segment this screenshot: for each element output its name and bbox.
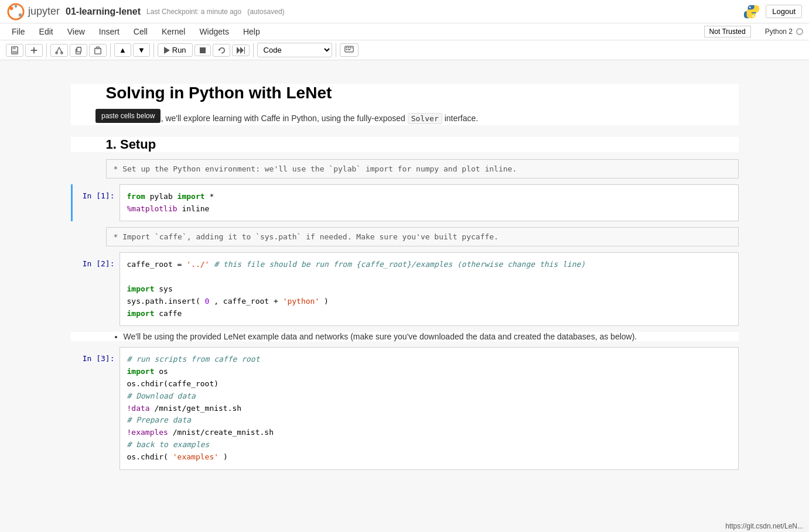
notebook-main-title: Solving in Python with LeNet — [71, 84, 739, 102]
intro-text2: interface. — [445, 114, 479, 123]
section1-header: 1. Setup — [71, 137, 739, 152]
cell3-line2: os.chdir(caffe_root) — [127, 378, 731, 390]
save-button[interactable] — [6, 44, 23, 57]
move-down-button[interactable]: ▼ — [133, 43, 150, 57]
copy-button[interactable] — [70, 44, 87, 57]
checkpoint-info: Last Checkpoint: a minute ago (autosaved… — [146, 8, 285, 16]
run-icon — [164, 47, 170, 54]
svg-rect-16 — [77, 47, 81, 52]
toolbar-separator-1 — [46, 43, 47, 57]
keyboard-icon — [344, 46, 354, 53]
cut-icon — [55, 46, 63, 54]
menu-file[interactable]: File — [6, 25, 31, 38]
svg-point-5 — [753, 15, 755, 17]
svg-rect-30 — [347, 49, 350, 50]
menu-kernel[interactable]: Kernel — [156, 25, 191, 38]
cell2-code[interactable]: caffe_root = '../' # this file should be… — [120, 252, 739, 326]
cell2-line-blank — [127, 271, 731, 283]
add-cell-button[interactable] — [25, 44, 43, 57]
kernel-name: Python 2 — [765, 28, 793, 36]
code-cell-3[interactable]: In [3]: # run scripts from caffe root im… — [71, 347, 739, 469]
bullet-list-1: We'll be using the provided LeNet exampl… — [124, 332, 739, 341]
toolbar-separator-3 — [153, 43, 154, 57]
cell1-line1: from pylab import * — [127, 191, 731, 203]
cell3-line4: !examples /mnist/create_mnist.sh — [127, 427, 731, 439]
svg-rect-26 — [346, 47, 347, 49]
not-trusted-button[interactable]: Not Trusted — [704, 26, 751, 37]
cell3-comment1: # run scripts from caffe root — [127, 353, 731, 366]
comment-cell-2: * Import `caffe`, adding it to `sys.path… — [106, 227, 739, 246]
kernel-indicator: Python 2 — [765, 28, 803, 36]
fast-forward-icon — [237, 47, 245, 54]
cell2-line2: import sys — [127, 283, 731, 296]
cell2-line1: caffe_root = '../' # this file should be… — [127, 259, 731, 271]
toolbar-separator-2 — [110, 43, 111, 57]
cell-type-select[interactable]: Code Markdown Raw NBConvert Heading — [257, 43, 332, 57]
cell3-label: In [3]: — [73, 347, 120, 469]
toolbar: ▲ ▼ Run Code Markdown Raw NBConvert He — [0, 40, 809, 60]
cell1-code[interactable]: from pylab import * %matplotlib inline — [120, 184, 739, 222]
stop-icon — [199, 47, 206, 54]
cell1-label: In [1]: — [73, 184, 120, 222]
svg-rect-31 — [351, 47, 353, 49]
cell3-comment2: # Download data — [127, 390, 731, 403]
cell2-line3: sys.path.insert( 0 , caffe_root + 'pytho… — [127, 296, 731, 308]
comment-cell-1: * Set up the Python environment: we'll u… — [106, 159, 739, 179]
code-cell-2[interactable]: In [2]: caffe_root = '../' # this file s… — [71, 252, 739, 326]
svg-point-3 — [15, 5, 18, 8]
menu-cell[interactable]: Cell — [128, 25, 153, 38]
run-button[interactable]: Run — [158, 43, 193, 57]
cell3-line3: !data /mnist/get_mnist.sh — [127, 403, 731, 415]
python-logo-icon — [743, 4, 760, 20]
jupyter-logo: jupyter — [7, 3, 60, 20]
notebook: Solving in Python with LeNet In this exa… — [0, 60, 809, 484]
svg-marker-21 — [217, 49, 220, 51]
svg-rect-27 — [347, 47, 349, 49]
run-label: Run — [172, 46, 186, 54]
comment-text-2: * Import `caffe`, adding it to `sys.path… — [114, 232, 499, 241]
move-up-button[interactable]: ▲ — [114, 43, 131, 57]
cell1-line2: %matplotlib inline — [127, 203, 731, 215]
bullet-item-1: We'll be using the provided LeNet exampl… — [124, 332, 739, 341]
svg-rect-28 — [349, 47, 350, 49]
menu-insert[interactable]: Insert — [93, 25, 125, 38]
svg-point-2 — [19, 13, 22, 16]
notebook-title[interactable]: 01-learning-lenet — [66, 6, 141, 17]
cell3-comment3: # Prepare data — [127, 414, 731, 427]
paste-button[interactable] — [89, 44, 107, 57]
svg-marker-23 — [240, 47, 244, 54]
intro-text: In this example, we'll explore learning … — [106, 114, 405, 123]
notebook-container: Solving in Python with LeNet In this exa… — [53, 84, 756, 470]
stop-button[interactable] — [194, 44, 211, 56]
menu-edit[interactable]: Edit — [33, 25, 59, 38]
kw-from: from — [127, 192, 145, 201]
copy-icon — [74, 46, 83, 54]
menu-help[interactable]: Help — [237, 25, 266, 38]
svg-rect-20 — [200, 47, 206, 53]
keyboard-shortcut-button[interactable] — [340, 43, 359, 57]
svg-marker-19 — [164, 47, 170, 54]
code-cell-1[interactable]: In [1]: from pylab import * %matplotlib … — [71, 184, 739, 222]
cell3-line5: os.chdir( 'examples' ) — [127, 451, 731, 464]
svg-rect-29 — [346, 49, 347, 50]
menu-view[interactable]: View — [62, 25, 91, 38]
kernel-status-circle — [796, 28, 803, 35]
solver-code: Solver — [408, 113, 442, 124]
svg-rect-7 — [13, 46, 16, 49]
svg-rect-17 — [95, 48, 101, 54]
restart-button[interactable] — [213, 44, 230, 57]
svg-rect-24 — [244, 47, 245, 54]
svg-rect-18 — [96, 46, 99, 49]
toolbar-separator-5 — [336, 43, 336, 57]
logout-button[interactable]: Logout — [766, 5, 802, 18]
kw-import-1: import — [177, 192, 205, 201]
paste-icon — [94, 46, 102, 54]
cell2-label: In [2]: — [73, 252, 120, 326]
plus-icon — [30, 46, 38, 54]
menu-widgets[interactable]: Widgets — [193, 25, 235, 38]
title-cell: Solving in Python with LeNet In this exa… — [71, 84, 739, 125]
fast-forward-button[interactable] — [232, 44, 250, 56]
cell3-code[interactable]: # run scripts from caffe root import os … — [120, 347, 739, 469]
cut-button[interactable] — [50, 44, 68, 57]
cell3-line1: import os — [127, 366, 731, 378]
